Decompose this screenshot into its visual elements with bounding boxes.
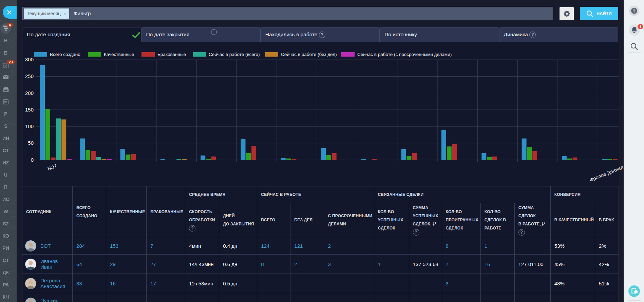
svg-text:300: 300 xyxy=(25,57,34,62)
svg-text:БОТ: БОТ xyxy=(47,163,58,172)
svg-text:50: 50 xyxy=(28,140,34,146)
svg-text:?: ? xyxy=(633,8,636,14)
svg-text:200: 200 xyxy=(25,90,34,96)
svg-text:Фролов Даниил: Фролов Даниил xyxy=(589,164,624,183)
svg-text:0: 0 xyxy=(31,157,34,163)
svg-text:150: 150 xyxy=(25,107,34,113)
svg-text:250: 250 xyxy=(25,73,34,79)
svg-text:100: 100 xyxy=(25,123,34,129)
